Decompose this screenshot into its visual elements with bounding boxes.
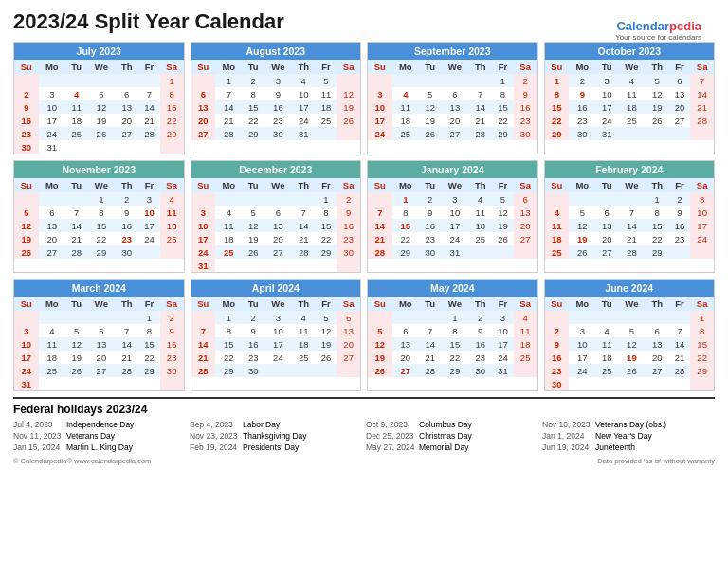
calendar-day: 29 bbox=[316, 245, 337, 259]
calendar-day: 20 bbox=[669, 100, 691, 114]
calendar-day: 2 bbox=[569, 74, 595, 87]
weekday-header-Th: Th bbox=[115, 178, 138, 192]
calendar-day: 14 bbox=[419, 337, 441, 351]
calendar-day: 21 bbox=[215, 114, 242, 127]
calendar-day bbox=[596, 311, 618, 324]
calendar-day: 22 bbox=[690, 351, 714, 364]
weekday-header-Mo: Mo bbox=[569, 178, 595, 192]
weekday-header-Mo: Mo bbox=[215, 297, 242, 311]
calendar-day: 11 bbox=[468, 206, 492, 219]
calendar-day: 29 bbox=[690, 364, 714, 377]
calendar-day: 28 bbox=[292, 245, 316, 259]
calendar-day bbox=[646, 127, 669, 140]
calendar-day: 19 bbox=[316, 337, 337, 351]
weekday-header-Tu: Tu bbox=[596, 60, 618, 74]
calendar-day: 6 bbox=[337, 311, 360, 324]
table-row: 13141516171819 bbox=[191, 100, 361, 114]
calendar-row-3: March 2024SuMoTuWeThFrSa1234567891011121… bbox=[13, 279, 715, 391]
logo-pedia: pedia bbox=[669, 19, 701, 33]
calendar-day: 6 bbox=[669, 74, 691, 87]
calendar-day bbox=[191, 74, 216, 87]
calendar-day: 8 bbox=[87, 206, 115, 219]
calendar-day bbox=[596, 377, 618, 390]
calendar-day bbox=[690, 377, 714, 390]
calendar-day: 21 bbox=[115, 351, 138, 364]
calendar-day: 16 bbox=[669, 219, 691, 232]
calendar-day: 20 bbox=[191, 114, 216, 127]
calendar-day: 13 bbox=[191, 100, 216, 114]
calendar-day: 20 bbox=[392, 351, 419, 364]
calendar-day: 2 bbox=[545, 324, 570, 337]
calendar-day: 4 bbox=[292, 74, 316, 87]
calendar-day: 26 bbox=[492, 232, 514, 245]
calendar-day bbox=[690, 127, 714, 140]
footer: © Calendarpedia® www.calendarpedia.com D… bbox=[13, 457, 715, 465]
calendar-day: 29 bbox=[492, 127, 514, 140]
calendar-day: 7 bbox=[690, 74, 714, 87]
calendar-day: 4 bbox=[39, 324, 65, 337]
calendar-day: 5 bbox=[87, 87, 115, 100]
table-row: 16171819202122 bbox=[545, 351, 715, 364]
calendar-day: 2 bbox=[243, 311, 264, 324]
calendar-day: 7 bbox=[419, 324, 441, 337]
calendar-day: 16 bbox=[160, 337, 184, 351]
calendar-day bbox=[39, 74, 65, 87]
calendar-day: 18 bbox=[468, 219, 492, 232]
calendar-day: 18 bbox=[215, 232, 242, 245]
logo-tagline: Your source for calendars bbox=[615, 33, 701, 42]
calendar-row-2: November 2023SuMoTuWeThFrSa1234567891011… bbox=[13, 160, 715, 273]
calendar-day: 5 bbox=[646, 74, 669, 87]
calendar-day: 31 bbox=[292, 127, 316, 140]
calendar-day bbox=[65, 74, 87, 87]
calendar-day: 20 bbox=[264, 232, 292, 245]
calendar-day: 30 bbox=[419, 245, 441, 259]
calendar-day: 26 bbox=[243, 245, 264, 259]
holiday-name: Memorial Day bbox=[419, 443, 468, 452]
weekday-header-Su: Su bbox=[368, 60, 392, 74]
calendar-day: 27 bbox=[39, 245, 65, 259]
month-header-2: September 2023 bbox=[368, 43, 537, 60]
calendar-day bbox=[368, 192, 392, 206]
calendar-day: 4 bbox=[160, 192, 184, 206]
calendar-day: 24 bbox=[368, 127, 392, 140]
calendar-day: 10 bbox=[441, 206, 468, 219]
calendar-day: 14 bbox=[138, 100, 160, 114]
calendar-day: 27 bbox=[87, 364, 115, 377]
calendar-day bbox=[115, 311, 138, 324]
cal-table-0: SuMoTuWeThFrSa12345678910111213141516171… bbox=[14, 297, 184, 390]
calendar-day bbox=[468, 245, 492, 259]
calendar-day: 17 bbox=[596, 100, 618, 114]
calendar-day bbox=[545, 192, 570, 206]
calendar-day: 17 bbox=[14, 351, 39, 364]
calendar-day: 10 bbox=[138, 206, 160, 219]
calendar-day: 4 bbox=[468, 192, 492, 206]
holiday-date: May 27, 2024 bbox=[366, 443, 415, 452]
calendar-day: 5 bbox=[243, 206, 264, 219]
calendar-day: 8 bbox=[243, 87, 264, 100]
calendar-day bbox=[215, 192, 242, 206]
table-row: 20212223242526 bbox=[191, 114, 361, 127]
calendar-day: 17 bbox=[569, 351, 595, 364]
calendar-day bbox=[468, 74, 492, 87]
calendar-day: 5 bbox=[316, 311, 337, 324]
holiday-name: Juneteenth bbox=[595, 443, 635, 452]
calendar-day: 26 bbox=[87, 127, 115, 140]
calendar-day: 10 bbox=[14, 337, 39, 351]
weekday-header-We: We bbox=[618, 60, 646, 74]
calendar-day: 9 bbox=[468, 324, 492, 337]
calendar-day: 19 bbox=[368, 351, 392, 364]
table-row: 123456 bbox=[368, 192, 537, 206]
calendar-day: 15 bbox=[138, 337, 160, 351]
table-row: 1234567 bbox=[545, 74, 715, 87]
calendar-day bbox=[39, 311, 65, 324]
calendar-day: 4 bbox=[596, 324, 618, 337]
weekday-header-Su: Su bbox=[14, 297, 39, 311]
holidays-section: Federal holidays 2023/24 Jul 4, 2023Inde… bbox=[13, 397, 715, 453]
weekday-header-Mo: Mo bbox=[392, 60, 419, 74]
calendar-day: 15 bbox=[215, 337, 242, 351]
table-row: 31 bbox=[191, 259, 361, 272]
calendar-day: 22 bbox=[392, 232, 419, 245]
cal-table-1: SuMoTuWeThFrSa12345678910111213141516171… bbox=[191, 297, 361, 377]
calendar-day: 19 bbox=[243, 232, 264, 245]
calendar-day: 20 bbox=[39, 232, 65, 245]
